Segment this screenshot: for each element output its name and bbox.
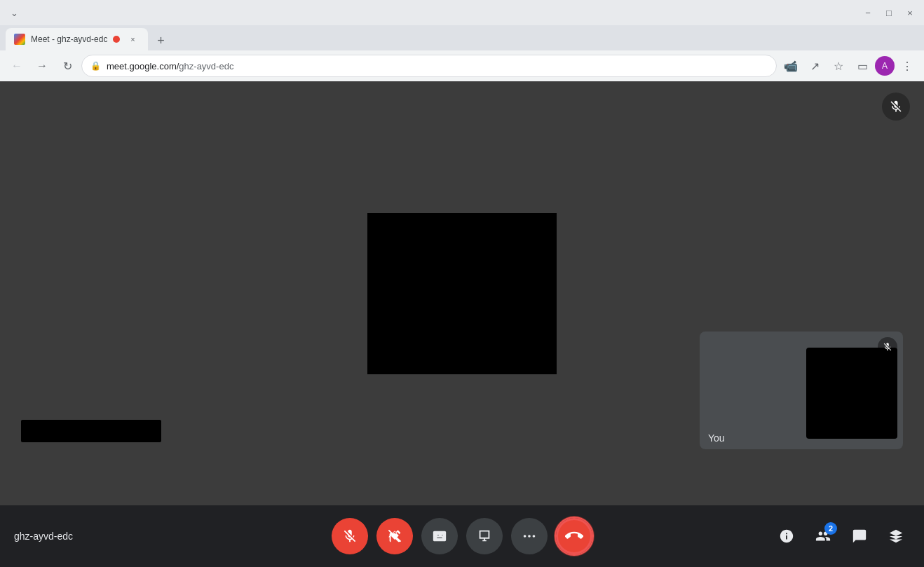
self-view-label: You [708, 432, 725, 444]
self-video-feed [806, 348, 897, 439]
bottom-bar: ghz-ayvd-edc [0, 505, 924, 567]
chat-button[interactable] [845, 522, 874, 550]
tab-bar: Meet - ghz-ayvd-edc × + [0, 25, 924, 50]
tab-close-button[interactable]: × [125, 32, 140, 46]
controls-center [332, 518, 592, 554]
people-button[interactable]: 2 [809, 522, 837, 550]
self-view-pip[interactable]: You [700, 332, 903, 449]
recording-dot-icon [113, 36, 120, 43]
close-button[interactable]: × [902, 4, 918, 21]
maximize-button[interactable]: □ [881, 4, 897, 21]
new-tab-button[interactable]: + [151, 31, 170, 50]
muted-indicator-icon [882, 93, 910, 121]
self-view-inner [700, 332, 903, 449]
minimize-button[interactable]: − [860, 4, 876, 21]
reader-mode-button[interactable]: ▭ [851, 55, 874, 77]
svg-point-0 [524, 535, 526, 538]
avatar[interactable]: A [875, 56, 895, 76]
bookmark-button[interactable]: ☆ [827, 55, 850, 77]
present-button[interactable] [466, 518, 503, 554]
activities-button[interactable] [882, 522, 910, 550]
active-tab[interactable]: Meet - ghz-ayvd-edc × [6, 28, 148, 50]
nav-right-icons: 📹 ↗ ☆ ▭ A ⋮ [780, 55, 918, 77]
more-button[interactable] [511, 518, 548, 554]
url-display: meet.google.com/ghz-ayvd-edc [107, 61, 768, 71]
menu-button[interactable]: ⋮ [896, 55, 918, 77]
url-path: ghz-ayvd-edc [179, 61, 233, 71]
mute-button[interactable] [332, 518, 368, 554]
url-domain: meet.google.com/ [107, 61, 179, 71]
nav-bar: ← → ↻ 🔒 meet.google.com/ghz-ayvd-edc 📹 ↗… [0, 50, 924, 81]
meeting-code-label: ghz-ayvd-edc [14, 531, 98, 542]
tab-favicon-icon [14, 34, 25, 45]
svg-point-2 [533, 535, 536, 538]
window-chevron-btn[interactable]: ⌄ [6, 4, 22, 21]
end-call-button[interactable] [556, 518, 592, 554]
controls-right: 2 [773, 522, 910, 550]
participant-name-tag [21, 420, 161, 442]
tab-title: Meet - ghz-ayvd-edc [31, 34, 107, 44]
meet-main: You [0, 81, 924, 505]
lock-icon: 🔒 [90, 61, 101, 71]
main-video-feed [367, 213, 557, 374]
title-bar: ⌄ − □ × [0, 0, 924, 25]
refresh-button[interactable]: ↻ [56, 55, 79, 77]
self-mute-icon [878, 337, 897, 357]
participants-badge: 2 [824, 522, 837, 535]
info-button[interactable] [773, 522, 801, 550]
camera-button[interactable] [376, 518, 413, 554]
back-button[interactable]: ← [6, 55, 28, 77]
meet-container: You ghz-ayvd-edc [0, 81, 924, 567]
forward-button[interactable]: → [31, 55, 53, 77]
address-bar[interactable]: 🔒 meet.google.com/ghz-ayvd-edc [81, 55, 777, 77]
svg-point-1 [528, 535, 531, 538]
captions-button[interactable] [421, 518, 458, 554]
share-button[interactable]: ↗ [803, 55, 826, 77]
window-controls: − □ × [860, 4, 918, 21]
cast-button[interactable]: 📹 [780, 55, 802, 77]
browser-chrome: ⌄ − □ × Meet - ghz-ayvd-edc × + ← → ↻ 🔒 … [0, 0, 924, 81]
